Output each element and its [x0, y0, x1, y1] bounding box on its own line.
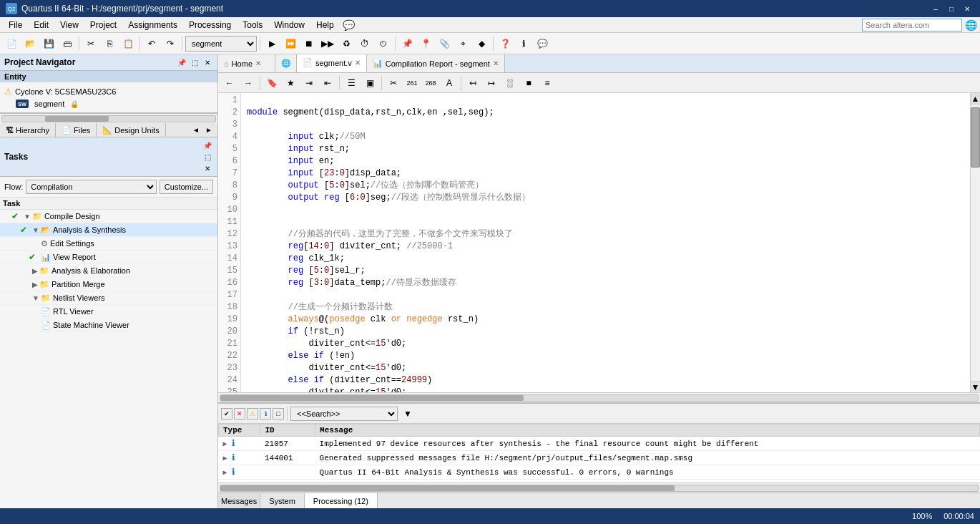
bookmark2-button[interactable]: ★: [282, 74, 299, 92]
outdent-button[interactable]: ⇤: [319, 74, 336, 92]
menu-tools[interactable]: Tools: [237, 19, 268, 31]
menu-assignments[interactable]: Assignments: [122, 19, 183, 31]
tab-hierarchy[interactable]: 🏗 Hierarchy: [0, 123, 56, 137]
nav-close-button[interactable]: ✕: [202, 57, 213, 68]
code-editor[interactable]: module segment(disp_data,rst_n,clk,en ,s…: [241, 93, 970, 392]
cut-button[interactable]: ✂: [82, 35, 99, 52]
task-netlist-viewers[interactable]: ✔ ▼ 📁 Netlist Viewers: [0, 291, 217, 305]
task-partition-merge[interactable]: ✔ ▶ 📁 Partition Merge: [0, 278, 217, 291]
start-compile-button[interactable]: ⏩: [282, 35, 299, 52]
info-button[interactable]: ℹ: [515, 35, 532, 52]
save-button[interactable]: 💾: [40, 35, 57, 52]
restore-button[interactable]: □: [944, 3, 959, 14]
filter-warning-button[interactable]: ⚠: [247, 408, 258, 419]
pin4-button[interactable]: ⌖: [454, 35, 471, 52]
search-dropdown-button[interactable]: ▼: [399, 405, 416, 422]
tab-processing[interactable]: Processing (12): [305, 493, 378, 508]
task-analysis-synthesis[interactable]: ✔ ▼ 📂 Analysis & Synthesis: [0, 223, 217, 237]
tab-segment-v-close[interactable]: ✕: [355, 59, 361, 67]
text-button[interactable]: A: [441, 74, 458, 92]
menu-edit[interactable]: Edit: [28, 19, 54, 31]
tab-files[interactable]: 📄 Files: [56, 123, 97, 137]
tab-home-close[interactable]: ✕: [255, 59, 261, 67]
msg-row-1[interactable]: ▶ ℹ 21057 Implemented 97 device resource…: [219, 437, 980, 451]
filter-suppress-button[interactable]: □: [273, 408, 284, 419]
copy-button[interactable]: ⎘: [101, 35, 118, 52]
help-button[interactable]: ❓: [496, 35, 514, 52]
pin-button[interactable]: 📌: [398, 35, 416, 52]
tasks-close-button[interactable]: ✕: [202, 162, 213, 174]
menu-window[interactable]: Window: [268, 19, 310, 31]
save-all-button[interactable]: 🗃: [59, 35, 76, 52]
misc-button[interactable]: 💬: [534, 35, 551, 52]
task-analysis-elaboration[interactable]: ✔ ▶ 📁 Analysis & Elaboration: [0, 264, 217, 278]
nav-float-button[interactable]: ⬚: [189, 57, 200, 68]
tab-globe[interactable]: 🌐: [275, 54, 297, 72]
tab-system[interactable]: System: [260, 493, 305, 508]
task-view-report[interactable]: ✔ 📊 View Report: [0, 251, 217, 264]
messages-side-label[interactable]: Messages: [218, 493, 260, 508]
indent-button[interactable]: ⇥: [300, 74, 318, 92]
menu-file[interactable]: File: [3, 19, 28, 31]
task-compile-design[interactable]: ✔ ▼ 📁 Compile Design: [0, 210, 217, 223]
filter-info-button[interactable]: ℹ: [260, 408, 271, 419]
tab-compilation-report[interactable]: 📊 Compilation Report - segment ✕: [367, 54, 505, 72]
tab-report-close[interactable]: ✕: [493, 59, 499, 67]
tasks-pin-button[interactable]: 📌: [202, 140, 213, 151]
toggle-block-button[interactable]: ☰: [343, 74, 360, 92]
customize-button[interactable]: Customize...: [160, 180, 213, 194]
timer2-button[interactable]: ⏲: [375, 35, 392, 52]
toggle-comment-button[interactable]: ≡: [539, 74, 556, 92]
zoom-fit-button[interactable]: 261: [403, 74, 421, 92]
pin2-button[interactable]: 📍: [417, 35, 434, 52]
compile-button[interactable]: ▶▶: [319, 35, 336, 52]
highlight-button[interactable]: ▣: [361, 74, 378, 92]
menu-view[interactable]: View: [54, 19, 84, 31]
recompile-button[interactable]: ♻: [338, 35, 355, 52]
forward-button[interactable]: →: [240, 74, 257, 92]
redo-button[interactable]: ↷: [162, 35, 179, 52]
task-rtl-viewer[interactable]: ✔ 📄 RTL Viewer: [0, 305, 217, 319]
project-row[interactable]: sw segment 🔒: [4, 98, 213, 110]
paste-button[interactable]: 📋: [119, 35, 137, 52]
nav-tab-prev[interactable]: ◄: [190, 125, 202, 136]
nav-tab-next[interactable]: ►: [203, 125, 215, 136]
msg-row-2[interactable]: ▶ ℹ 144001 Generated suppressed messages…: [219, 451, 980, 465]
pin3-button[interactable]: 📎: [436, 35, 453, 52]
nav-pin-button[interactable]: 📌: [176, 57, 187, 68]
search-input[interactable]: [862, 19, 962, 31]
menu-help[interactable]: Help: [310, 19, 340, 31]
task-state-machine[interactable]: ✔ 📄 State Machine Viewer: [0, 319, 217, 332]
bookmark-button[interactable]: 🔖: [263, 74, 280, 92]
back-button[interactable]: ←: [221, 74, 238, 92]
tab-home[interactable]: ⌂ Home ✕: [218, 54, 275, 72]
bottom-hscroll[interactable]: [218, 482, 980, 493]
menu-project[interactable]: Project: [84, 19, 122, 31]
editor-hscroll[interactable]: [218, 392, 980, 402]
flow-select[interactable]: Compilation: [26, 180, 157, 194]
tasks-float-button[interactable]: ⬚: [202, 151, 213, 162]
minimize-button[interactable]: –: [928, 3, 943, 14]
pin5-button[interactable]: ◆: [473, 35, 490, 52]
filter-error-button[interactable]: ✕: [234, 408, 245, 419]
block-select-button[interactable]: ░: [501, 74, 519, 92]
block-select2-button[interactable]: ■: [520, 74, 537, 92]
filter-all-button[interactable]: ✔: [221, 408, 232, 419]
stop-compile-button[interactable]: ⏹: [300, 35, 318, 52]
undo-button[interactable]: ↶: [143, 35, 160, 52]
search-combo[interactable]: <<Search>>: [290, 407, 398, 421]
analyze-button[interactable]: ▶: [263, 35, 280, 52]
tab-segment-v[interactable]: 📄 segment.v ✕: [297, 54, 367, 72]
zoom-fit2-button[interactable]: 268: [422, 74, 439, 92]
close-button[interactable]: ✕: [960, 3, 974, 14]
open-button[interactable]: 📂: [21, 35, 39, 52]
tab-design-units[interactable]: 📐 Design Units: [97, 123, 165, 137]
entity-combo[interactable]: segment: [185, 36, 257, 52]
timer-button[interactable]: ⏱: [356, 35, 373, 52]
editor-vscroll[interactable]: ▲ ▼: [970, 93, 980, 392]
font-button[interactable]: ✂: [385, 74, 402, 92]
align-right-button[interactable]: ↦: [483, 74, 500, 92]
menu-processing[interactable]: Processing: [183, 19, 237, 31]
align-left-button[interactable]: ↤: [464, 74, 481, 92]
msg-row-3[interactable]: ▶ ℹ Quartus II 64-Bit Analysis & Synthes…: [219, 465, 980, 480]
